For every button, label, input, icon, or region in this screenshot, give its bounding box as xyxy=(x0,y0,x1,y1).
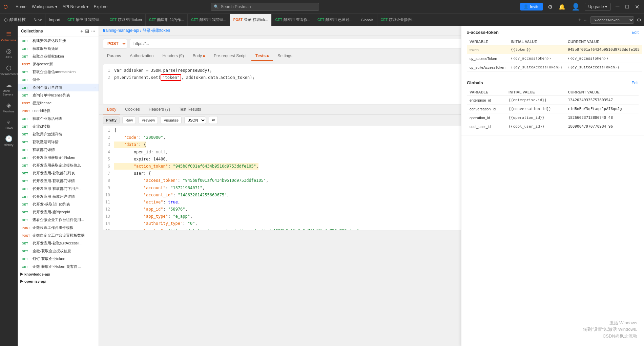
tab-0[interactable]: GET醋应用-我管理... xyxy=(64,14,106,26)
collection-item[interactable]: GET获取企业激活列表 xyxy=(18,115,99,123)
flows-icon-label: Flows xyxy=(5,126,13,130)
collection-item[interactable]: GET代开发应用-获取用户详情 xyxy=(18,193,99,200)
collection-group[interactable]: ▶knowledge-api xyxy=(18,271,99,278)
item-label: 提定license xyxy=(33,101,51,106)
mock-servers-icon[interactable]: ☁Mock Servers xyxy=(1,79,16,98)
variable-cell: enterprise_id xyxy=(467,96,506,105)
request-tab-params[interactable]: Params xyxy=(103,51,125,61)
tab-7[interactable]: Globals xyxy=(356,14,377,26)
request-tab-tests[interactable]: Tests xyxy=(251,51,273,61)
json-format-select[interactable]: JSON xyxy=(184,116,206,124)
collections-icon[interactable]: ☰Collections xyxy=(1,28,16,44)
collection-item[interactable]: GET代开发应用-获取suitAccessT... xyxy=(18,239,99,247)
method-label: GET xyxy=(22,218,31,222)
avatar-button[interactable]: 👤 xyxy=(570,2,581,12)
collection-item[interactable]: POSTuserId转换 xyxy=(18,107,99,115)
tab-3[interactable]: GET醋应用-我管理... xyxy=(188,14,230,26)
history-icon[interactable]: 🕐History xyxy=(1,133,16,149)
collection-item[interactable]: GET获取服务商凭证 xyxy=(18,45,99,52)
tab-1[interactable]: GET获取应用token xyxy=(106,14,145,26)
collection-item[interactable]: POST保存serce新 xyxy=(18,60,99,68)
collection-item[interactable]: GET企微-获取企业token-黄客自... xyxy=(18,263,99,271)
collection-item[interactable]: POST企微设置工作台组件模板 xyxy=(18,224,99,232)
request-tab-authorization[interactable]: Authorization xyxy=(126,51,158,61)
request-tab-body[interactable]: Body xyxy=(189,51,209,61)
token-highlight: "token" xyxy=(161,74,181,81)
upgrade-button[interactable]: Upgrade ▾ xyxy=(585,3,611,11)
collection-item[interactable]: GET代开发应用获取企业授权信息 xyxy=(18,161,99,169)
initial-value-cell: {{operation_id}} xyxy=(506,113,565,122)
edit-link[interactable]: Edit xyxy=(631,81,639,85)
collection-item[interactable]: GET企微-获取企业授权信息 xyxy=(18,247,99,255)
tab-2[interactable]: GET醋应用-我的作... xyxy=(146,14,188,26)
nav-api-network[interactable]: API Network ▾ xyxy=(63,4,88,9)
collection-item[interactable]: POST企微自定义工作台设置模板数据 xyxy=(18,232,99,239)
notifications-button[interactable]: 🔔 xyxy=(557,3,567,11)
tab-6[interactable]: GET醋应用-已通过... xyxy=(314,14,356,26)
collection-item[interactable]: GET获取用户激活详情 xyxy=(18,130,99,138)
format-btn-visualize[interactable]: Visualize xyxy=(161,116,182,124)
collection-item[interactable]: GET获取企业微信accesstoken xyxy=(18,68,99,76)
add-tab-button[interactable]: + xyxy=(578,17,581,23)
import-button[interactable]: Import xyxy=(45,14,64,26)
response-tab-testresults[interactable]: Test Results xyxy=(175,105,205,114)
collection-item[interactable]: GET查询企微订单详情··· xyxy=(18,84,99,91)
nav-workspaces[interactable]: Workspaces ▾ xyxy=(32,4,57,9)
more-tabs-button[interactable]: ··· xyxy=(584,18,587,22)
collection-item[interactable]: GET获取部门详情 xyxy=(18,146,99,154)
method-select[interactable]: POST xyxy=(103,39,127,49)
format-btn-preview[interactable]: Preview xyxy=(139,116,158,124)
nav-explore[interactable]: Explore xyxy=(94,4,108,9)
maximize-button[interactable]: □ xyxy=(624,3,630,10)
minimize-button[interactable]: ─ xyxy=(614,3,621,10)
response-tab-headers[interactable]: Headers (7) xyxy=(145,105,174,114)
environments-icon[interactable]: ⬡Environments xyxy=(1,62,16,78)
add-collection-button[interactable]: + xyxy=(80,28,83,34)
invite-button[interactable]: 👤 Invite xyxy=(520,3,543,10)
collection-item[interactable]: GET构建安装表达以注册 xyxy=(18,37,99,45)
collection-item[interactable]: GET代开发应用-获取部门详情 xyxy=(18,177,99,185)
collection-item[interactable]: GET获取激活码详情 xyxy=(18,138,99,146)
collection-item[interactable]: GET获取企业授权token xyxy=(18,52,99,60)
breadcrumb-link[interactable]: training-manage-api / 登录-获取token xyxy=(103,28,170,34)
env-settings-icon[interactable]: ⚙ xyxy=(637,17,641,23)
collection-item[interactable]: GET代开发应用-获取部门下用户... xyxy=(18,185,99,193)
collection-item[interactable]: GET代开发-获取部门id列表 xyxy=(18,200,99,208)
collection-item[interactable]: GET代开发应用获取企业token xyxy=(18,154,99,161)
flows-icon[interactable]: ⟐Flows xyxy=(1,116,16,132)
edit-link[interactable]: Edit xyxy=(631,30,639,35)
monitors-icon[interactable]: ◈Monitors xyxy=(1,100,16,115)
search-bar[interactable]: 🔍 Search Postman xyxy=(211,3,319,11)
format-btn-raw[interactable]: Raw xyxy=(122,116,136,124)
new-button[interactable]: New xyxy=(30,14,45,26)
format-btn-pretty[interactable]: Pretty xyxy=(103,116,120,124)
settings-button[interactable]: ⚙ xyxy=(546,3,554,11)
collection-item[interactable]: GET企业id转换 xyxy=(18,123,99,130)
request-tab-settings[interactable]: Settings xyxy=(273,51,296,61)
nav-home[interactable]: Home xyxy=(16,4,26,9)
more-btn[interactable]: ··· xyxy=(92,85,96,90)
collection-item[interactable]: GET查看企微企业工作台组件使用... xyxy=(18,216,99,224)
response-tab-body[interactable]: Body xyxy=(103,105,120,114)
method-label: GET xyxy=(22,117,31,121)
request-tab-headers[interactable]: Headers (9) xyxy=(158,51,188,61)
collection-item[interactable]: POST提定license xyxy=(18,99,99,107)
environment-selector[interactable]: x-access-token xyxy=(590,16,634,24)
collection-item[interactable]: GET代开发应用-查询corpId xyxy=(18,208,99,216)
table-row: qy_suiteAccessToken {{qy_suiteAccessToke… xyxy=(467,63,642,72)
more-options-button[interactable]: ··· xyxy=(91,28,95,34)
wrap-button[interactable]: ⇌ xyxy=(209,116,218,124)
tab-8[interactable]: GET获取企业接收t... xyxy=(377,14,419,26)
tab-5[interactable]: GET醋应用-查看作... xyxy=(272,14,314,26)
apis-icon[interactable]: ◎APIs xyxy=(1,45,16,61)
collection-item[interactable]: GET查询订单中license列表 xyxy=(18,91,99,99)
search-collections-button[interactable]: ⊞ xyxy=(85,28,89,34)
tab-4[interactable]: POST登录-获取tok... xyxy=(230,14,272,26)
close-button[interactable]: ✕ xyxy=(633,3,641,11)
collection-item[interactable]: GET钉钉-获取企业token xyxy=(18,255,99,263)
collection-group[interactable]: ▶open-isv-api xyxy=(18,278,99,285)
collection-item[interactable]: GET健全 xyxy=(18,76,99,84)
collection-item[interactable]: GET代开发应用-获取部门列表 xyxy=(18,169,99,177)
response-tab-cookies[interactable]: Cookies xyxy=(121,105,144,114)
request-tab-prerequestscript[interactable]: Pre-request Script xyxy=(210,51,251,61)
